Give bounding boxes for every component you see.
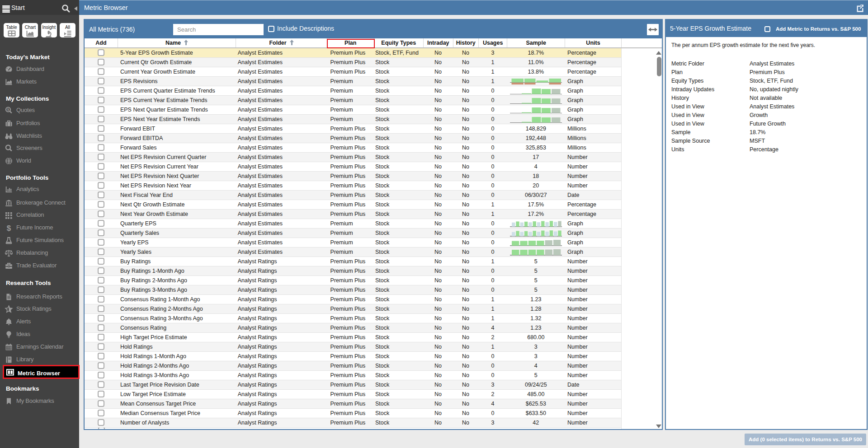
svg-text:$: $ [7,107,9,112]
svg-text:$: $ [7,224,11,233]
